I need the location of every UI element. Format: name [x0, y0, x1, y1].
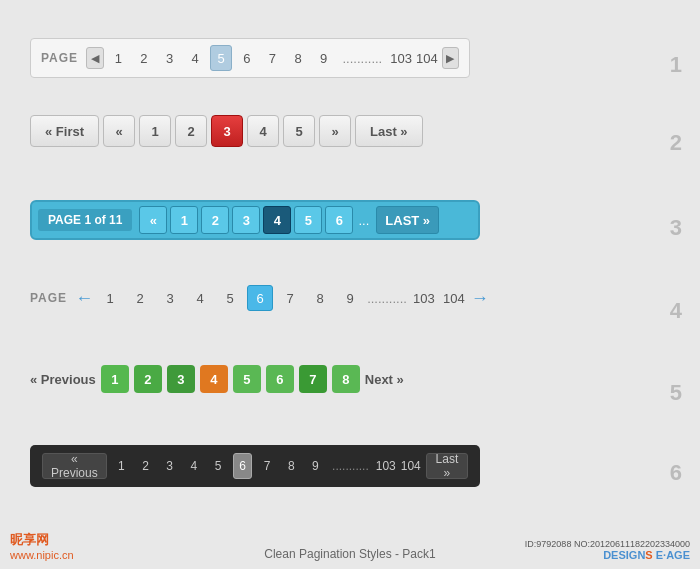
watermark-id: ID:9792088 NO:20120611182202334000 — [525, 539, 690, 549]
pagination-bar-2: « First « 1 2 3 4 5 » Last » — [30, 115, 423, 147]
page-6-3[interactable]: 3 — [160, 453, 179, 479]
page-6-8[interactable]: 8 — [282, 453, 301, 479]
watermark-url: www.nipic.cn — [10, 549, 74, 561]
section-number-4: 4 — [670, 298, 682, 324]
page-6-7[interactable]: 7 — [257, 453, 276, 479]
page-1-3[interactable]: 3 — [159, 45, 181, 71]
section-number-1: 1 — [670, 52, 682, 78]
page-2-3[interactable]: 3 — [211, 115, 243, 147]
page-2-4[interactable]: 4 — [247, 115, 279, 147]
watermark-title: Clean Pagination Styles - Pack1 — [264, 547, 435, 561]
page-5-7[interactable]: 7 — [299, 365, 327, 393]
page-5-8[interactable]: 8 — [332, 365, 360, 393]
dots-6: ........... — [330, 459, 371, 473]
dots-4: ........... — [367, 291, 407, 306]
page-1-2[interactable]: 2 — [133, 45, 155, 71]
pagination-bar-1: PAGE ◀ 1 2 3 4 5 6 7 8 9 ........... 103… — [30, 38, 470, 78]
page-3-4[interactable]: 4 — [263, 206, 291, 234]
page-label-1: PAGE — [41, 51, 78, 65]
watermark-left: 昵享网 www.nipic.cn — [10, 531, 74, 561]
page-1-5[interactable]: 5 — [210, 45, 232, 71]
last-button-6[interactable]: Last » — [426, 453, 468, 479]
page-label-3: PAGE 1 of 11 — [38, 209, 132, 231]
pagination-section-4: PAGE ← 1 2 3 4 5 6 7 8 9 ........... 103… — [30, 285, 489, 311]
watermark-brand: DESIGNS E·AGE — [525, 549, 690, 561]
watermark-site: 昵享网 — [10, 531, 74, 549]
page-4-9[interactable]: 9 — [337, 285, 363, 311]
watermark-right: ID:9792088 NO:20120611182202334000 DESIG… — [525, 539, 690, 561]
pagination-section-1: PAGE ◀ 1 2 3 4 5 6 7 8 9 ........... 103… — [30, 38, 470, 78]
page-1-8[interactable]: 8 — [287, 45, 309, 71]
page-5-6[interactable]: 6 — [266, 365, 294, 393]
page-5-5[interactable]: 5 — [233, 365, 261, 393]
pagination-bar-3: PAGE 1 of 11 « 1 2 3 4 5 6 ... LAST » — [30, 200, 480, 240]
next-arrow-1[interactable]: ▶ — [442, 47, 459, 69]
next-button-2[interactable]: » — [319, 115, 351, 147]
section-number-2: 2 — [670, 130, 682, 156]
page-1-103[interactable]: 103 — [390, 45, 412, 71]
section-number-3: 3 — [670, 215, 682, 241]
pagination-bar-5: « Previous 1 2 3 4 5 6 7 8 Next » — [30, 365, 404, 393]
page-6-103[interactable]: 103 — [376, 453, 396, 479]
page-3-5[interactable]: 5 — [294, 206, 322, 234]
page-6-6[interactable]: 6 — [233, 453, 253, 479]
page-6-104[interactable]: 104 — [401, 453, 421, 479]
page-1-7[interactable]: 7 — [262, 45, 284, 71]
page-4-8[interactable]: 8 — [307, 285, 333, 311]
first-button-2[interactable]: « First — [30, 115, 99, 147]
page-4-2[interactable]: 2 — [127, 285, 153, 311]
page-6-2[interactable]: 2 — [136, 453, 155, 479]
prev-arrow-4[interactable]: ← — [75, 288, 93, 309]
page-2-5[interactable]: 5 — [283, 115, 315, 147]
page-6-5[interactable]: 5 — [209, 453, 228, 479]
pagination-section-6: « Previous 1 2 3 4 5 6 7 8 9 ...........… — [30, 445, 480, 487]
page-3-2[interactable]: 2 — [201, 206, 229, 234]
next-button-5[interactable]: Next » — [365, 372, 404, 387]
page-4-104[interactable]: 104 — [441, 285, 467, 311]
dots-3: ... — [356, 213, 371, 228]
page-1-9[interactable]: 9 — [313, 45, 335, 71]
prev-button-6[interactable]: « Previous — [42, 453, 107, 479]
page-5-1[interactable]: 1 — [101, 365, 129, 393]
page-4-1[interactable]: 1 — [97, 285, 123, 311]
page-2-1[interactable]: 1 — [139, 115, 171, 147]
page-3-3[interactable]: 3 — [232, 206, 260, 234]
pagination-bar-6: « Previous 1 2 3 4 5 6 7 8 9 ...........… — [30, 445, 480, 487]
page-2-2[interactable]: 2 — [175, 115, 207, 147]
dots-1: ........... — [339, 51, 387, 66]
page-6-4[interactable]: 4 — [184, 453, 203, 479]
page-4-103[interactable]: 103 — [411, 285, 437, 311]
page-label-4: PAGE — [30, 291, 67, 305]
page-5-2[interactable]: 2 — [134, 365, 162, 393]
page-4-5[interactable]: 5 — [217, 285, 243, 311]
page-6-1[interactable]: 1 — [112, 453, 131, 479]
prev-arrow-1[interactable]: ◀ — [86, 47, 103, 69]
prev-button-3[interactable]: « — [139, 206, 167, 234]
page-6-9[interactable]: 9 — [306, 453, 325, 479]
page-4-3[interactable]: 3 — [157, 285, 183, 311]
page-1-104[interactable]: 104 — [416, 45, 438, 71]
page-4-6[interactable]: 6 — [247, 285, 273, 311]
pagination-section-3: PAGE 1 of 11 « 1 2 3 4 5 6 ... LAST » — [30, 200, 480, 240]
page-3-6[interactable]: 6 — [325, 206, 353, 234]
page-3-1[interactable]: 1 — [170, 206, 198, 234]
pagination-bar-4: PAGE ← 1 2 3 4 5 6 7 8 9 ........... 103… — [30, 285, 489, 311]
page-1-1[interactable]: 1 — [108, 45, 130, 71]
prev-button-2[interactable]: « — [103, 115, 135, 147]
page-4-4[interactable]: 4 — [187, 285, 213, 311]
pagination-section-5: « Previous 1 2 3 4 5 6 7 8 Next » — [30, 365, 404, 393]
last-button-2[interactable]: Last » — [355, 115, 423, 147]
section-number-6: 6 — [670, 460, 682, 486]
page-4-7[interactable]: 7 — [277, 285, 303, 311]
next-arrow-4[interactable]: → — [471, 288, 489, 309]
page-1-4[interactable]: 4 — [184, 45, 206, 71]
page-5-4[interactable]: 4 — [200, 365, 228, 393]
page-1-6[interactable]: 6 — [236, 45, 258, 71]
last-button-3[interactable]: LAST » — [376, 206, 439, 234]
prev-button-5[interactable]: « Previous — [30, 372, 96, 387]
section-number-5: 5 — [670, 380, 682, 406]
page-5-3[interactable]: 3 — [167, 365, 195, 393]
pagination-section-2: « First « 1 2 3 4 5 » Last » — [30, 115, 423, 147]
